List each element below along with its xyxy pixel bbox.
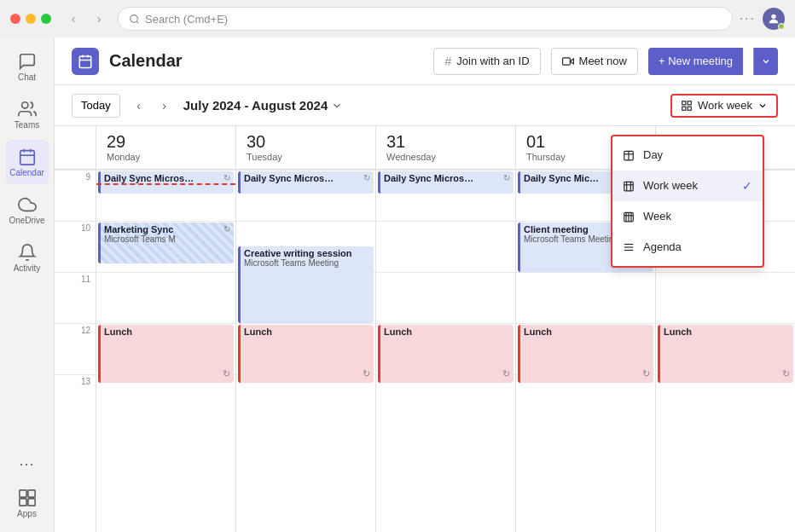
sidebar-item-teams[interactable]: Teams xyxy=(5,92,49,136)
recurring-icon: ↻ xyxy=(223,173,230,182)
event-lunch-1[interactable]: Lunch ↻ xyxy=(238,325,374,383)
prev-period-button[interactable]: ‹ xyxy=(127,94,151,118)
svg-rect-8 xyxy=(19,489,26,496)
sidebar-item-activity[interactable]: Activity xyxy=(5,235,49,280)
day-column-1: ↻ Daily Sync Micros… Creative writing se… xyxy=(235,170,375,532)
work-week-icon xyxy=(623,180,635,192)
time-10: 10 xyxy=(55,221,96,272)
event-daily-sync-2[interactable]: ↻ Daily Sync Micros… xyxy=(378,171,514,194)
event-lunch-4[interactable]: Lunch ↻ xyxy=(658,325,793,383)
dropdown-item-day[interactable]: Day xyxy=(612,140,763,171)
sidebar-item-calendar[interactable]: Calendar xyxy=(5,140,49,184)
more-options[interactable]: ··· xyxy=(740,11,756,26)
svg-line-1 xyxy=(136,21,138,23)
chevron-down-icon xyxy=(761,56,771,66)
today-button[interactable]: Today xyxy=(72,94,120,118)
meet-now-button[interactable]: Meet now xyxy=(551,48,638,75)
sidebar: Chat Teams Calendar OneDrive xyxy=(0,38,55,532)
calendar-label: Calendar xyxy=(9,168,44,177)
dropdown-item-agenda[interactable]: Agenda xyxy=(612,232,763,263)
search-bar[interactable]: Search (Cmd+E) xyxy=(118,7,733,31)
event-lunch-2[interactable]: Lunch ↻ xyxy=(378,325,514,383)
cell-3-11[interactable] xyxy=(516,272,655,323)
cell-2-10[interactable] xyxy=(376,221,515,272)
event-lunch-3[interactable]: Lunch ↻ xyxy=(518,325,653,383)
cell-0-11[interactable] xyxy=(96,272,235,323)
onedrive-label: OneDrive xyxy=(9,216,44,225)
event-marketing-sync[interactable]: ↻ Marketing Sync Microsoft Teams M xyxy=(98,223,234,263)
event-lunch-0[interactable]: Lunch ↻ xyxy=(98,325,234,383)
forward-arrow[interactable]: › xyxy=(87,9,111,28)
svg-point-0 xyxy=(131,14,138,22)
teams-icon xyxy=(18,100,37,119)
svg-rect-11 xyxy=(27,498,34,505)
activity-icon xyxy=(18,243,37,262)
recurring-icon: ↻ xyxy=(363,173,370,182)
event-daily-sync-0[interactable]: ↻ Daily Sync Micros… xyxy=(98,171,234,194)
time-column: 9 10 11 12 13 xyxy=(55,170,96,532)
sidebar-more[interactable]: ··· xyxy=(5,450,49,477)
calendar-header: Calendar # Join with an ID Meet now + Ne… xyxy=(55,38,795,85)
sidebar-item-chat[interactable]: Chat xyxy=(5,44,49,89)
svg-rect-10 xyxy=(19,498,26,505)
check-icon: ✓ xyxy=(742,179,752,193)
view-dropdown: Day Work week ✓ xyxy=(611,135,764,268)
onedrive-icon xyxy=(18,195,37,214)
week-icon xyxy=(623,211,635,223)
event-creative-writing[interactable]: Creative writing session Microsoft Teams… xyxy=(238,246,374,323)
video-icon xyxy=(562,55,574,67)
join-with-id-button[interactable]: # Join with an ID xyxy=(433,48,540,75)
recurring-icon: ↻ xyxy=(642,368,650,379)
view-selector-button[interactable]: Work week xyxy=(670,94,778,118)
nav-arrows: ‹ › xyxy=(61,9,111,28)
chat-label: Chat xyxy=(18,72,36,82)
teams-label: Teams xyxy=(15,120,39,130)
svg-rect-9 xyxy=(27,489,34,496)
chevron-down-icon xyxy=(757,101,768,111)
maximize-button[interactable] xyxy=(41,14,51,24)
chat-icon xyxy=(18,52,37,71)
avatar-status xyxy=(778,23,785,30)
close-button[interactable] xyxy=(10,14,20,24)
calendar-sidebar-icon xyxy=(18,147,37,166)
main-content: Calendar # Join with an ID Meet now + Ne… xyxy=(55,38,795,532)
chevron-down-icon xyxy=(331,100,343,112)
time-13: 13 xyxy=(55,374,96,425)
svg-rect-21 xyxy=(688,107,691,110)
svg-point-3 xyxy=(21,101,27,107)
calendar-app-icon xyxy=(72,48,99,75)
new-meeting-button[interactable]: + New meeting xyxy=(648,48,743,75)
avatar[interactable] xyxy=(763,8,785,30)
traffic-lights xyxy=(10,14,51,24)
new-meeting-dropdown-button[interactable] xyxy=(753,48,778,75)
day-header-1: 30 Tuesday xyxy=(235,126,375,169)
recurring-icon: ↻ xyxy=(223,368,230,379)
recurring-icon: ↻ xyxy=(363,368,370,379)
dropdown-item-work-week[interactable]: Work week ✓ xyxy=(612,171,763,201)
svg-rect-12 xyxy=(79,56,91,68)
sidebar-item-onedrive[interactable]: OneDrive xyxy=(5,188,49,232)
recurring-icon: ↻ xyxy=(502,368,510,379)
calendar-toolbar: Today ‹ › July 2024 - August 2024 Work w… xyxy=(55,85,795,126)
cell-4-11[interactable] xyxy=(656,272,795,323)
day-header-0: 29 Monday xyxy=(96,126,235,169)
next-period-button[interactable]: › xyxy=(153,94,177,118)
dropdown-item-week[interactable]: Week xyxy=(612,201,763,232)
agenda-icon xyxy=(623,241,635,253)
search-icon xyxy=(129,14,140,25)
time-gutter-header xyxy=(55,126,96,169)
event-daily-sync-1[interactable]: ↻ Daily Sync Micros… xyxy=(238,171,374,194)
minimize-button[interactable] xyxy=(26,14,36,24)
recurring-icon: ↻ xyxy=(223,224,230,234)
app-layout: Chat Teams Calendar OneDrive xyxy=(0,38,795,532)
recurring-icon: ↻ xyxy=(782,368,790,379)
cell-2-11[interactable] xyxy=(376,272,515,323)
day-icon xyxy=(623,149,635,161)
svg-rect-20 xyxy=(682,107,686,110)
back-arrow[interactable]: ‹ xyxy=(61,9,85,28)
svg-marker-16 xyxy=(570,59,573,64)
svg-rect-25 xyxy=(624,182,634,191)
svg-rect-4 xyxy=(20,150,34,165)
sidebar-item-apps[interactable]: Apps xyxy=(5,481,49,525)
svg-rect-18 xyxy=(682,101,686,104)
